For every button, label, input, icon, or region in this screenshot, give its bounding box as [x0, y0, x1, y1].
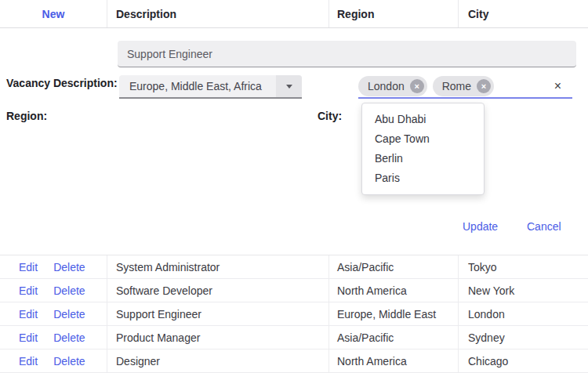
row-actions: EditDelete	[0, 326, 107, 349]
city-label: City:	[318, 110, 342, 122]
column-header-city: City	[459, 0, 588, 27]
remove-tag-icon[interactable]: ×	[410, 79, 424, 93]
row-region: Asia/Pacific	[329, 255, 459, 278]
edit-link[interactable]: Edit	[19, 261, 38, 273]
delete-link[interactable]: Delete	[53, 355, 85, 368]
city-option[interactable]: Abu Dhabi	[362, 110, 484, 129]
new-button[interactable]: New	[42, 8, 65, 20]
edit-link[interactable]: Edit	[19, 284, 38, 297]
region-dropdown[interactable]: Europe, Middle East, Africa	[119, 75, 302, 99]
grid-screen: New Description Region City Vacancy Desc…	[0, 0, 588, 373]
row-actions: EditDelete	[0, 255, 107, 278]
remove-tag-icon[interactable]: ×	[477, 79, 491, 93]
row-actions: EditDelete	[0, 279, 107, 302]
table-row: EditDeleteProduct ManagerAsia/PacificSyd…	[0, 326, 588, 349]
region-dropdown-value: Europe, Middle East, Africa	[119, 75, 276, 97]
row-city: New York	[459, 279, 588, 302]
city-option[interactable]: Cape Town	[362, 129, 484, 149]
column-header-region: Region	[329, 0, 459, 27]
delete-link[interactable]: Delete	[53, 284, 85, 297]
cancel-button[interactable]: Cancel	[527, 220, 561, 233]
row-region: Asia/Pacific	[329, 326, 459, 349]
delete-link[interactable]: Delete	[53, 331, 85, 344]
update-button[interactable]: Update	[463, 220, 498, 233]
chevron-down-icon	[286, 85, 292, 89]
city-tag[interactable]: Rome×	[433, 76, 494, 96]
city-option[interactable]: Berlin	[362, 149, 484, 168]
row-region: North America	[329, 279, 459, 302]
row-description: System Administrator	[107, 255, 329, 278]
row-description: Product Manager	[107, 326, 329, 349]
row-region: North America	[329, 349, 459, 372]
vacancy-description-label: Vacancy Description:	[6, 77, 118, 89]
row-city: Sydney	[459, 326, 588, 349]
row-city: London	[459, 302, 588, 325]
clear-icon[interactable]: ×	[554, 80, 561, 92]
table-row: EditDeleteDesignerNorth AmericaChicago	[0, 349, 588, 373]
table-row: EditDeleteSupport EngineerEurope, Middle…	[0, 302, 588, 326]
delete-link[interactable]: Delete	[53, 308, 85, 320]
row-description: Support Engineer	[107, 302, 329, 325]
row-actions: EditDelete	[0, 302, 107, 325]
city-option[interactable]: Paris	[362, 168, 484, 188]
city-tag-label: London	[368, 80, 405, 92]
header-cell-actions: New	[0, 0, 107, 27]
row-actions: EditDelete	[0, 349, 107, 372]
row-description: Designer	[107, 349, 329, 372]
city-tag[interactable]: London×	[358, 76, 427, 96]
row-description: Software Developer	[107, 279, 329, 302]
city-tags: London×Rome×	[358, 76, 499, 96]
delete-link[interactable]: Delete	[53, 261, 85, 273]
column-header-description: Description	[107, 0, 329, 27]
city-options-popup: Abu DhabiCape TownBerlinParis	[361, 103, 485, 195]
grid-header: New Description Region City	[0, 0, 588, 28]
row-city: Tokyo	[459, 255, 588, 278]
edit-link[interactable]: Edit	[19, 355, 38, 368]
table-row: EditDeleteSystem AdministratorAsia/Pacif…	[0, 255, 588, 279]
region-dropdown-button[interactable]	[276, 75, 302, 97]
grid-body: EditDeleteSystem AdministratorAsia/Pacif…	[0, 255, 588, 373]
row-city: Chicago	[459, 349, 588, 372]
edit-link[interactable]: Edit	[19, 308, 38, 320]
city-tag-label: Rome	[442, 80, 471, 92]
vacancy-description-input[interactable]	[118, 41, 576, 67]
edit-form: Vacancy Description: Region: Europe, Mid…	[0, 28, 588, 255]
table-row: EditDeleteSoftware DeveloperNorth Americ…	[0, 279, 588, 302]
region-label: Region:	[6, 110, 47, 122]
row-region: Europe, Middle East	[329, 302, 459, 325]
edit-link[interactable]: Edit	[19, 331, 38, 344]
city-options-list: Abu DhabiCape TownBerlinParis	[362, 110, 484, 188]
city-multiselect[interactable]: London×Rome× ×	[358, 75, 572, 99]
